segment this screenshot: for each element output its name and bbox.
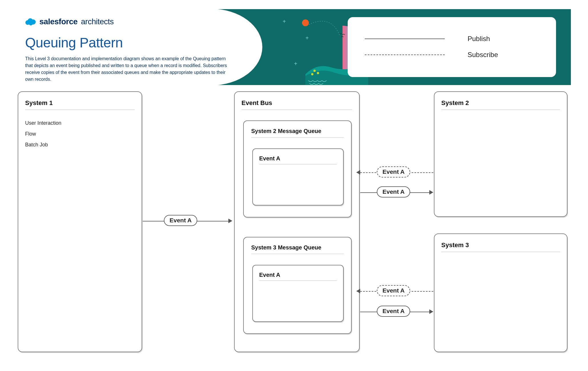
system-1-item: User Interaction	[25, 118, 61, 128]
legend-label-publish: Publish	[468, 35, 490, 43]
connector-label-event-a: Event A	[377, 306, 410, 317]
decoration-plus-icon: +	[283, 18, 286, 25]
legend-row-subscribe: Subscribe	[365, 47, 539, 63]
event-a-label: Event A	[259, 155, 337, 164]
box-title-event-bus: Event Bus	[241, 99, 352, 110]
connector-label-event-a: Event A	[164, 215, 197, 226]
page-description: This Level 3 documentation and implement…	[25, 55, 228, 83]
box-title-system-2: System 2	[441, 99, 560, 110]
box-system-2: System 2	[434, 91, 567, 217]
event-a-label: Event A	[259, 272, 337, 281]
system-1-item: Batch Job	[25, 139, 61, 150]
salesforce-cloud-icon	[25, 18, 36, 25]
arrow-left-icon	[356, 170, 360, 175]
box-system-3: System 3	[434, 233, 567, 352]
brand-word-architects: architects	[81, 17, 114, 26]
legend-line-dashed-icon	[365, 55, 445, 55]
legend: Publish Subscribe	[348, 17, 556, 77]
svg-point-4	[302, 19, 309, 26]
box-title-system-2-queue: System 2 Message Queue	[251, 128, 344, 138]
connector-label-event-a-dashed: Event A	[377, 166, 410, 178]
box-title-system-3-queue: System 3 Message Queue	[251, 244, 344, 254]
svg-point-3	[29, 21, 33, 25]
page-header: salesforce architects Queuing Pattern Th…	[17, 9, 571, 85]
svg-point-7	[311, 73, 313, 75]
connector-label-event-a-dashed: Event A	[377, 285, 410, 296]
brand-word-salesforce: salesforce	[39, 17, 78, 26]
arrow-right-icon	[228, 219, 232, 223]
legend-row-publish: Publish	[365, 31, 539, 47]
arrow-right-icon	[429, 190, 433, 195]
decoration-plus-icon: +	[305, 35, 309, 41]
connector-label-event-a: Event A	[377, 186, 410, 197]
box-event-a-in-queue-2: Event A	[252, 148, 344, 205]
box-event-bus: Event Bus System 2 Message Queue Event A…	[234, 91, 360, 352]
legend-line-solid-icon	[365, 39, 445, 39]
box-system-2-queue: System 2 Message Queue Event A	[243, 120, 352, 217]
svg-point-5	[313, 70, 316, 72]
box-event-a-in-queue-3: Event A	[252, 265, 344, 322]
decoration-plus-icon: +	[294, 61, 297, 67]
arrow-right-icon	[429, 309, 433, 314]
box-title-system-1: System 1	[25, 99, 135, 110]
box-system-3-queue: System 3 Message Queue Event A	[243, 237, 352, 334]
svg-point-6	[317, 72, 319, 74]
page-title: Queuing Pattern	[25, 35, 123, 51]
arrow-left-icon	[356, 289, 360, 293]
system-1-item: Flow	[25, 128, 61, 139]
box-system-1: System 1 User Interaction Flow Batch Job	[18, 91, 142, 352]
box-title-system-3: System 3	[441, 241, 560, 252]
system-1-items: User Interaction Flow Batch Job	[25, 118, 61, 150]
brand: salesforce architects	[25, 17, 114, 26]
legend-label-subscribe: Subscribe	[468, 51, 498, 59]
